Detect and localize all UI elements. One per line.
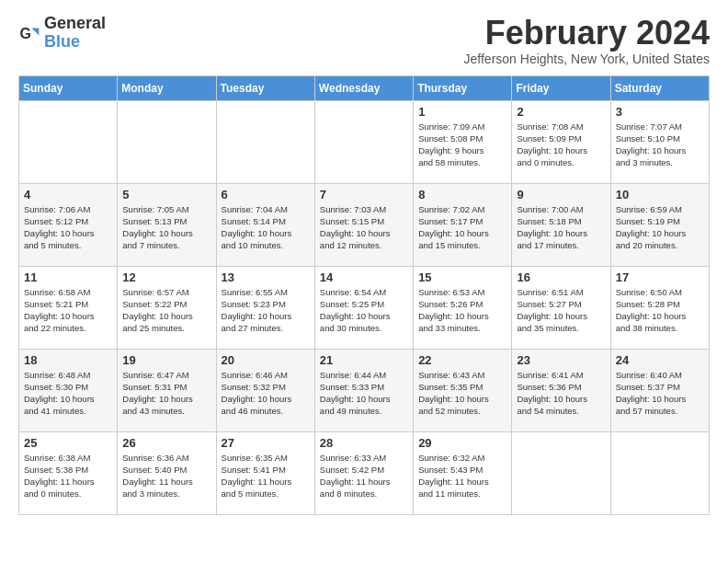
svg-text:G: G (20, 25, 31, 40)
day-info: Sunrise: 6:54 AM Sunset: 5:25 PM Dayligh… (320, 286, 408, 335)
day-info: Sunrise: 6:55 AM Sunset: 5:23 PM Dayligh… (222, 286, 310, 335)
calendar-cell: 25Sunrise: 6:38 AM Sunset: 5:38 PM Dayli… (19, 431, 118, 514)
day-number: 10 (616, 188, 704, 201)
calendar-cell (610, 431, 709, 514)
day-number: 1 (418, 105, 506, 119)
weekday-header-wednesday: Wednesday (314, 75, 413, 100)
day-number: 4 (24, 188, 112, 201)
day-info: Sunrise: 7:05 AM Sunset: 5:13 PM Dayligh… (122, 203, 210, 252)
day-number: 21 (320, 353, 408, 367)
day-number: 19 (122, 353, 210, 367)
day-number: 7 (320, 188, 408, 201)
calendar-cell (118, 100, 216, 183)
calendar-cell: 6Sunrise: 7:04 AM Sunset: 5:14 PM Daylig… (216, 183, 314, 266)
calendar-cell: 15Sunrise: 6:53 AM Sunset: 5:26 PM Dayli… (414, 266, 512, 349)
calendar-cell (512, 431, 610, 514)
weekday-header-thursday: Thursday (414, 75, 512, 100)
calendar-cell: 16Sunrise: 6:51 AM Sunset: 5:27 PM Dayli… (512, 266, 610, 349)
day-info: Sunrise: 7:07 AM Sunset: 5:10 PM Dayligh… (616, 121, 704, 169)
day-info: Sunrise: 7:00 AM Sunset: 5:18 PM Dayligh… (517, 203, 605, 252)
month-title: February 2024 (464, 15, 710, 52)
day-number: 26 (122, 436, 210, 450)
day-info: Sunrise: 7:04 AM Sunset: 5:14 PM Dayligh… (222, 203, 310, 252)
day-number: 28 (320, 436, 408, 450)
day-number: 5 (122, 188, 210, 201)
day-number: 16 (517, 270, 605, 284)
day-info: Sunrise: 6:40 AM Sunset: 5:37 PM Dayligh… (616, 369, 704, 418)
calendar-cell: 11Sunrise: 6:58 AM Sunset: 5:21 PM Dayli… (19, 266, 118, 349)
day-number: 15 (418, 270, 506, 284)
day-info: Sunrise: 6:44 AM Sunset: 5:33 PM Dayligh… (320, 369, 408, 418)
calendar-cell: 10Sunrise: 6:59 AM Sunset: 5:19 PM Dayli… (610, 183, 709, 266)
calendar-cell: 18Sunrise: 6:48 AM Sunset: 5:30 PM Dayli… (19, 349, 118, 431)
calendar-cell: 12Sunrise: 6:57 AM Sunset: 5:22 PM Dayli… (118, 266, 216, 349)
calendar-cell: 22Sunrise: 6:43 AM Sunset: 5:35 PM Dayli… (414, 349, 512, 431)
calendar-cell: 5Sunrise: 7:05 AM Sunset: 5:13 PM Daylig… (118, 183, 216, 266)
calendar-cell: 14Sunrise: 6:54 AM Sunset: 5:25 PM Dayli… (314, 266, 413, 349)
location-subtitle: Jefferson Heights, New York, United Stat… (464, 52, 710, 66)
calendar-cell: 9Sunrise: 7:00 AM Sunset: 5:18 PM Daylig… (512, 183, 610, 266)
svg-marker-1 (31, 28, 39, 35)
title-area: February 2024 Jefferson Heights, New Yor… (464, 15, 710, 66)
calendar-cell: 26Sunrise: 6:36 AM Sunset: 5:40 PM Dayli… (118, 431, 216, 514)
day-info: Sunrise: 6:51 AM Sunset: 5:27 PM Dayligh… (517, 286, 605, 335)
calendar-cell: 20Sunrise: 6:46 AM Sunset: 5:32 PM Dayli… (216, 349, 314, 431)
day-number: 27 (222, 436, 310, 450)
day-info: Sunrise: 6:33 AM Sunset: 5:42 PM Dayligh… (320, 452, 408, 500)
day-info: Sunrise: 6:43 AM Sunset: 5:35 PM Dayligh… (418, 369, 506, 418)
calendar-cell: 3Sunrise: 7:07 AM Sunset: 5:10 PM Daylig… (610, 100, 709, 183)
day-number: 22 (418, 353, 506, 367)
day-info: Sunrise: 6:32 AM Sunset: 5:43 PM Dayligh… (418, 452, 506, 500)
calendar-cell: 24Sunrise: 6:40 AM Sunset: 5:37 PM Dayli… (610, 349, 709, 431)
calendar-cell: 7Sunrise: 7:03 AM Sunset: 5:15 PM Daylig… (314, 183, 413, 266)
week-row-0: 1Sunrise: 7:09 AM Sunset: 5:08 PM Daylig… (19, 100, 710, 183)
week-row-4: 25Sunrise: 6:38 AM Sunset: 5:38 PM Dayli… (19, 431, 710, 514)
day-info: Sunrise: 6:46 AM Sunset: 5:32 PM Dayligh… (222, 369, 310, 418)
calendar-cell (314, 100, 413, 183)
day-number: 14 (320, 270, 408, 284)
calendar-cell (19, 100, 118, 183)
day-info: Sunrise: 6:41 AM Sunset: 5:36 PM Dayligh… (517, 369, 605, 418)
calendar-cell: 4Sunrise: 7:06 AM Sunset: 5:12 PM Daylig… (19, 183, 118, 266)
calendar-cell: 21Sunrise: 6:44 AM Sunset: 5:33 PM Dayli… (314, 349, 413, 431)
day-info: Sunrise: 6:48 AM Sunset: 5:30 PM Dayligh… (24, 369, 112, 418)
day-number: 12 (122, 270, 210, 284)
logo: G General Blue (18, 15, 106, 52)
calendar-cell: 1Sunrise: 7:09 AM Sunset: 5:08 PM Daylig… (414, 100, 512, 183)
logo-text: General Blue (44, 15, 106, 52)
day-info: Sunrise: 7:08 AM Sunset: 5:09 PM Dayligh… (517, 121, 605, 169)
calendar-cell: 8Sunrise: 7:02 AM Sunset: 5:17 PM Daylig… (414, 183, 512, 266)
weekday-header-friday: Friday (512, 75, 610, 100)
week-row-3: 18Sunrise: 6:48 AM Sunset: 5:30 PM Dayli… (19, 349, 710, 431)
calendar-cell (216, 100, 314, 183)
day-info: Sunrise: 6:36 AM Sunset: 5:40 PM Dayligh… (122, 452, 210, 500)
weekday-header-saturday: Saturday (610, 75, 709, 100)
calendar-cell: 28Sunrise: 6:33 AM Sunset: 5:42 PM Dayli… (314, 431, 413, 514)
day-number: 24 (616, 353, 704, 367)
day-number: 23 (517, 353, 605, 367)
day-info: Sunrise: 7:06 AM Sunset: 5:12 PM Dayligh… (24, 203, 112, 252)
weekday-header-row: SundayMondayTuesdayWednesdayThursdayFrid… (19, 75, 710, 100)
logo-icon: G (18, 22, 40, 44)
weekday-header-sunday: Sunday (19, 75, 118, 100)
calendar-cell: 23Sunrise: 6:41 AM Sunset: 5:36 PM Dayli… (512, 349, 610, 431)
day-info: Sunrise: 7:03 AM Sunset: 5:15 PM Dayligh… (320, 203, 408, 252)
day-number: 9 (517, 188, 605, 201)
weekday-header-monday: Monday (118, 75, 216, 100)
day-number: 8 (418, 188, 506, 201)
calendar-cell: 27Sunrise: 6:35 AM Sunset: 5:41 PM Dayli… (216, 431, 314, 514)
week-row-2: 11Sunrise: 6:58 AM Sunset: 5:21 PM Dayli… (19, 266, 710, 349)
day-number: 6 (222, 188, 310, 201)
weekday-header-tuesday: Tuesday (216, 75, 314, 100)
day-info: Sunrise: 6:35 AM Sunset: 5:41 PM Dayligh… (222, 452, 310, 500)
day-info: Sunrise: 7:09 AM Sunset: 5:08 PM Dayligh… (418, 121, 506, 169)
day-info: Sunrise: 6:53 AM Sunset: 5:26 PM Dayligh… (418, 286, 506, 335)
day-number: 3 (616, 105, 704, 119)
day-number: 29 (418, 436, 506, 450)
calendar: SundayMondayTuesdayWednesdayThursdayFrid… (18, 75, 710, 515)
week-row-1: 4Sunrise: 7:06 AM Sunset: 5:12 PM Daylig… (19, 183, 710, 266)
calendar-cell: 13Sunrise: 6:55 AM Sunset: 5:23 PM Dayli… (216, 266, 314, 349)
day-number: 18 (24, 353, 112, 367)
calendar-cell: 29Sunrise: 6:32 AM Sunset: 5:43 PM Dayli… (414, 431, 512, 514)
day-info: Sunrise: 6:38 AM Sunset: 5:38 PM Dayligh… (24, 452, 112, 500)
